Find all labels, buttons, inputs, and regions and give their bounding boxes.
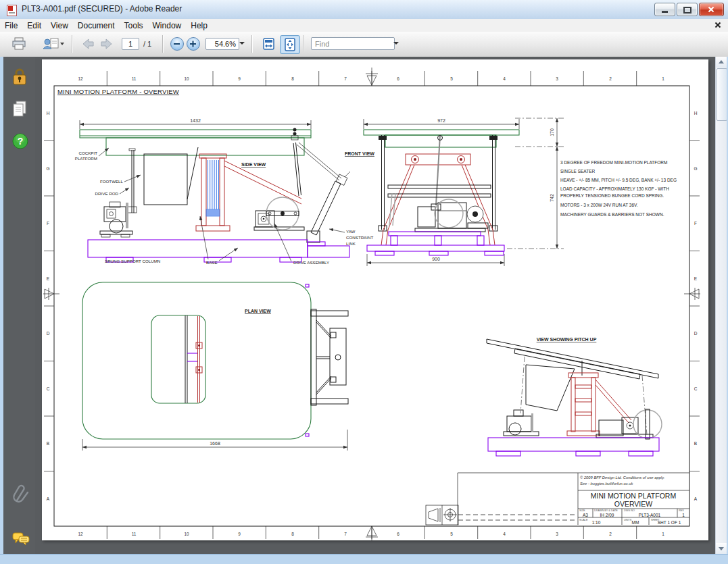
grid-row-label: C <box>47 386 50 391</box>
grid-row-label: C <box>694 386 698 391</box>
menu-window[interactable]: Window <box>148 20 187 31</box>
minimize-button[interactable] <box>654 3 675 16</box>
side-view-label: SIDE VIEW <box>241 162 266 167</box>
minus-icon <box>174 43 180 45</box>
security-lock-icon[interactable] <box>11 68 28 85</box>
close-button[interactable] <box>699 3 724 16</box>
zoom-dropdown-icon[interactable] <box>239 42 245 45</box>
scroll-up-icon <box>719 60 724 63</box>
find-input[interactable] <box>311 37 395 50</box>
copyright-line-2: See - buggies.builtforfun.co.uk <box>580 482 633 486</box>
menu-edit[interactable]: Edit <box>22 20 46 31</box>
menu-help[interactable]: Help <box>186 20 212 31</box>
maximize-button[interactable] <box>677 3 698 16</box>
grid-col-label: 4 <box>503 76 506 81</box>
previous-page-button[interactable] <box>78 35 97 53</box>
dwg-no-value: PLT3-A001 <box>639 513 661 517</box>
dwg-no-label: DWG NO <box>624 509 635 512</box>
dim-front-base: 900 <box>432 257 440 261</box>
menu-file[interactable]: File <box>0 20 22 31</box>
grid-col-label: 3 <box>556 76 558 81</box>
grid-row-label: F <box>694 221 697 226</box>
grid-col-label: 2 <box>609 76 612 81</box>
units-value: MM <box>632 520 639 525</box>
scroll-down-button[interactable] <box>716 543 727 554</box>
grid-col-label: 9 <box>238 76 241 81</box>
grid-row-label: G <box>46 166 49 171</box>
page-total-label: / 1 <box>143 40 151 48</box>
titleblock-title-2: OVERVIEW <box>614 500 652 508</box>
rev-value: 1 <box>682 513 685 517</box>
back-arrow-icon <box>80 37 95 51</box>
close-document-icon[interactable] <box>714 22 721 28</box>
note-line: HEAVE - +/- 85 MM, PITCH +/- 9.5 DEG, BA… <box>560 178 677 182</box>
grid-col-label: 10 <box>184 76 189 81</box>
size-label: SIZE <box>579 509 585 512</box>
dim-front-offset: 170 <box>550 128 554 136</box>
grid-col-label: 5 <box>450 532 453 536</box>
front-view-drawing: 972 900 170 742 <box>345 118 564 266</box>
grid-row-label: B <box>694 441 697 446</box>
grid-col-label: 4 <box>503 532 506 536</box>
scrolling-mode-button[interactable] <box>260 35 278 53</box>
grid-row-label: D <box>47 331 50 336</box>
scroll-down-icon <box>719 547 724 550</box>
grid-row-label: H <box>694 111 698 116</box>
toolbar-separator <box>162 35 164 53</box>
help-icon[interactable]: ? <box>11 132 28 150</box>
print-button[interactable] <box>9 35 28 53</box>
window-bottom-border <box>0 554 728 564</box>
toolbar: / 1 54.6% <box>0 32 728 57</box>
grid-row-label: F <box>47 221 49 226</box>
menu-tools[interactable]: Tools <box>120 20 148 31</box>
grid-row-label: A <box>47 496 50 501</box>
dim-front-height: 742 <box>550 194 554 202</box>
page-number-input[interactable] <box>122 38 139 50</box>
email-share-button[interactable] <box>39 35 66 53</box>
rev-label: REV <box>679 509 684 512</box>
grid-col-label: 8 <box>291 76 294 81</box>
menu-view[interactable]: View <box>46 20 73 31</box>
note-line: 3 DEGREE OF FREEDOM MINI-MOTION PLATFORM <box>560 160 667 165</box>
drawn-label: DRAWN BY & DATE <box>594 509 618 512</box>
drawing-notes: 3 DEGREE OF FREEDOM MINI-MOTION PLATFORM… <box>560 160 677 217</box>
label-base: BASE <box>206 260 218 265</box>
label-yaw-1: YAW <box>346 229 356 234</box>
zoom-in-button[interactable] <box>187 37 200 51</box>
label-cockpit-1: COCKPIT <box>78 151 97 155</box>
fit-page-button[interactable] <box>280 35 300 54</box>
grid-col-label: 12 <box>78 76 83 81</box>
zoom-out-button[interactable] <box>170 37 184 51</box>
note-line: PROPERLY TENSIONED BUNGEE CORD SPRING. <box>560 193 664 198</box>
find-dropdown-icon[interactable] <box>393 42 399 45</box>
grid-col-label: 12 <box>78 532 83 536</box>
next-page-button[interactable] <box>97 35 116 53</box>
toolbar-separator <box>303 35 304 53</box>
grid-col-label: 5 <box>450 76 453 81</box>
note-line: MACHINERY GUARDS & BARRIERS NOT SHOWN. <box>560 212 664 217</box>
grid-col-label: 6 <box>397 532 399 536</box>
plan-view-drawing: 1668 PLAN VIEW <box>82 282 348 451</box>
comments-icon[interactable] <box>11 531 28 548</box>
note-line: MOTORS - 3 x 200W 24V RUN AT 36V. <box>560 203 638 207</box>
scale-label: SCALE <box>579 519 588 521</box>
grid-col-label: 3 <box>556 532 558 536</box>
grid-col-label: 7 <box>344 532 347 536</box>
zoom-level-value[interactable]: 54.6% <box>205 38 239 50</box>
scroll-up-button[interactable] <box>716 57 727 68</box>
adobe-reader-window: PLT3-A001.pdf (SECURED) - Adobe Reader F… <box>0 0 728 564</box>
dim-side-width: 1432 <box>190 118 201 123</box>
grid-col-label: 9 <box>238 532 241 536</box>
grid-col-label: 2 <box>609 532 612 536</box>
grid-row-label: E <box>694 276 698 281</box>
scrollbar-thumb[interactable] <box>717 68 727 121</box>
grid-col-label: 6 <box>397 76 399 81</box>
pages-panel-icon[interactable] <box>11 100 28 118</box>
forward-arrow-icon <box>99 37 114 51</box>
grid-row-label: D <box>694 331 698 336</box>
grid-col-label: 11 <box>132 532 137 536</box>
vertical-scrollbar[interactable] <box>715 57 727 554</box>
pdf-file-icon <box>7 5 17 16</box>
menu-document[interactable]: Document <box>73 20 120 31</box>
attachments-paperclip-icon[interactable] <box>11 483 28 501</box>
